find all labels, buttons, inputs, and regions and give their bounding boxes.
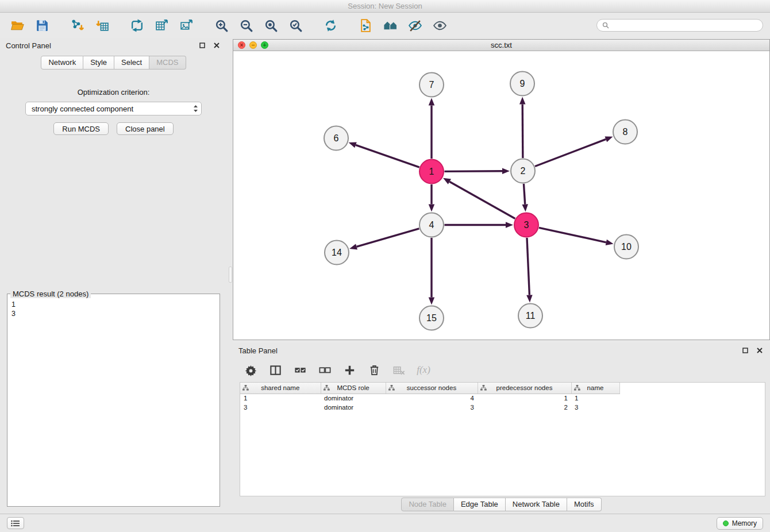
- export-network-button[interactable]: [126, 16, 147, 35]
- save-session-button[interactable]: [32, 16, 52, 35]
- column-header-label: MCDS role: [337, 384, 369, 391]
- cell-shared-name[interactable]: 3: [240, 403, 321, 412]
- open-session-button[interactable]: [7, 16, 28, 35]
- show-graphics-details-button[interactable]: [405, 16, 425, 35]
- export-table-button[interactable]: [151, 16, 172, 35]
- node-label-11: 11: [526, 311, 536, 321]
- edge-2-9[interactable]: [522, 104, 523, 158]
- deselect-all-rows-button[interactable]: [316, 361, 333, 379]
- cell-predecessor-nodes[interactable]: 2: [478, 403, 571, 412]
- cell-name[interactable]: 1: [571, 394, 619, 403]
- add-column-button[interactable]: [341, 361, 358, 379]
- table-panel-title: Table Panel: [238, 346, 736, 355]
- control-panel-float-button[interactable]: [198, 41, 207, 50]
- run-mcds-button[interactable]: Run MCDS: [53, 122, 109, 135]
- node-table-header-row: shared nameMCDS rolesuccessor nodesprede…: [240, 383, 765, 394]
- import-table-from-file-button[interactable]: [91, 16, 112, 35]
- network-canvas[interactable]: 7968124314101511: [233, 51, 769, 340]
- delete-table-button: [390, 361, 407, 379]
- cell-name[interactable]: 3: [571, 403, 619, 412]
- control-panel: Control Panel NetworkStyleSelectMCDS Opt…: [0, 38, 227, 514]
- cell-successor-nodes[interactable]: 4: [386, 394, 478, 403]
- zoom-fit-button[interactable]: [260, 16, 281, 35]
- tab-edge-table[interactable]: Edge Table: [454, 498, 506, 511]
- column-header-label: successor nodes: [407, 384, 456, 391]
- cell-mcds-role[interactable]: dominator: [321, 394, 386, 403]
- column-header-name[interactable]: name: [571, 383, 619, 394]
- control-panel-tabs: NetworkStyleSelectMCDS: [0, 53, 227, 74]
- window-zoom-button[interactable]: [261, 41, 268, 49]
- tab-select[interactable]: Select: [114, 56, 149, 70]
- show-graphics-details-icon: [408, 18, 422, 33]
- panel-splitter[interactable]: [227, 38, 233, 514]
- network-window-titlebar[interactable]: scc.txt: [233, 40, 769, 51]
- delete-columns-icon: [368, 364, 381, 377]
- edge-4-14[interactable]: [357, 229, 419, 247]
- search-box[interactable]: [596, 19, 763, 32]
- toggle-columns-button[interactable]: [267, 361, 284, 379]
- export-image-button[interactable]: [176, 16, 197, 35]
- edge-1-6[interactable]: [356, 145, 419, 167]
- task-history-button[interactable]: [7, 517, 24, 529]
- tab-style[interactable]: Style: [83, 56, 114, 70]
- tab-mcds[interactable]: MCDS: [149, 56, 186, 70]
- search-icon: [602, 22, 609, 29]
- table-row[interactable]: 1dominator411: [240, 394, 765, 403]
- edge-arrow-4-3: [506, 222, 513, 228]
- tab-network-table[interactable]: Network Table: [506, 498, 567, 511]
- column-header-successor-nodes[interactable]: successor nodes: [386, 383, 478, 394]
- apply-layout-icon: [324, 18, 338, 33]
- table-panel-float-button[interactable]: [741, 346, 750, 355]
- edge-arrow-3-1: [443, 178, 451, 184]
- new-network-from-selection-button[interactable]: [355, 16, 376, 35]
- cell-filler: [619, 394, 765, 403]
- zoom-in-button[interactable]: [211, 16, 232, 35]
- select-stepper-icon: [193, 105, 198, 113]
- delete-columns-button[interactable]: [365, 361, 383, 379]
- window-title: Session: New Session: [348, 2, 422, 10]
- tab-node-table[interactable]: Node Table: [401, 498, 454, 511]
- table-row[interactable]: 3dominator323: [240, 403, 765, 412]
- apply-layout-button[interactable]: [320, 16, 341, 35]
- cell-mcds-role[interactable]: dominator: [321, 403, 386, 412]
- window-minimize-button[interactable]: [249, 41, 257, 49]
- node-label-14: 14: [332, 248, 342, 257]
- import-network-from-file-icon: [70, 18, 84, 33]
- cell-predecessor-nodes[interactable]: 1: [478, 394, 571, 403]
- edge-1-2[interactable]: [444, 171, 502, 172]
- toggle-visibility-button[interactable]: [429, 16, 450, 35]
- zoom-out-button[interactable]: [236, 16, 256, 35]
- memory-button[interactable]: Memory: [717, 517, 763, 530]
- close-panel-button[interactable]: Close panel: [117, 122, 174, 135]
- tab-network[interactable]: Network: [41, 56, 83, 70]
- control-panel-close-button[interactable]: [212, 41, 221, 50]
- tab-motifs[interactable]: Motifs: [567, 498, 602, 511]
- first-neighbors-button[interactable]: [380, 16, 401, 35]
- edge-2-3[interactable]: [523, 184, 525, 205]
- select-all-rows-button[interactable]: [291, 361, 309, 379]
- edge-3-1[interactable]: [449, 182, 515, 218]
- memory-button-label: Memory: [732, 519, 757, 527]
- column-header-predecessor-nodes[interactable]: predecessor nodes: [478, 383, 571, 394]
- zoom-selected-button[interactable]: [285, 16, 306, 35]
- import-network-from-file-button[interactable]: [67, 16, 87, 35]
- table-panel-close-button[interactable]: [755, 346, 764, 355]
- table-panel-header: Table Panel: [233, 343, 770, 358]
- import-table-from-file-icon: [95, 18, 109, 33]
- edge-2-8[interactable]: [535, 139, 606, 166]
- cell-shared-name[interactable]: 1: [240, 394, 321, 403]
- column-header-shared-name[interactable]: shared name: [240, 383, 321, 394]
- optimization-criterion-select[interactable]: strongly connected component: [25, 102, 202, 115]
- window-titlebar[interactable]: Session: New Session: [0, 0, 770, 13]
- column-hierarchy-icon: [242, 385, 249, 392]
- column-settings-button[interactable]: [242, 361, 259, 379]
- edge-3-11[interactable]: [527, 238, 529, 295]
- float-window-icon: [742, 348, 748, 353]
- edge-3-10[interactable]: [539, 228, 606, 242]
- search-input[interactable]: [613, 21, 757, 29]
- zoom-out-icon: [239, 18, 253, 33]
- window-close-button[interactable]: [238, 41, 245, 49]
- mcds-result-list[interactable]: 13: [7, 298, 220, 506]
- cell-successor-nodes[interactable]: 3: [386, 403, 478, 412]
- column-header-mcds-role[interactable]: MCDS role: [321, 383, 386, 394]
